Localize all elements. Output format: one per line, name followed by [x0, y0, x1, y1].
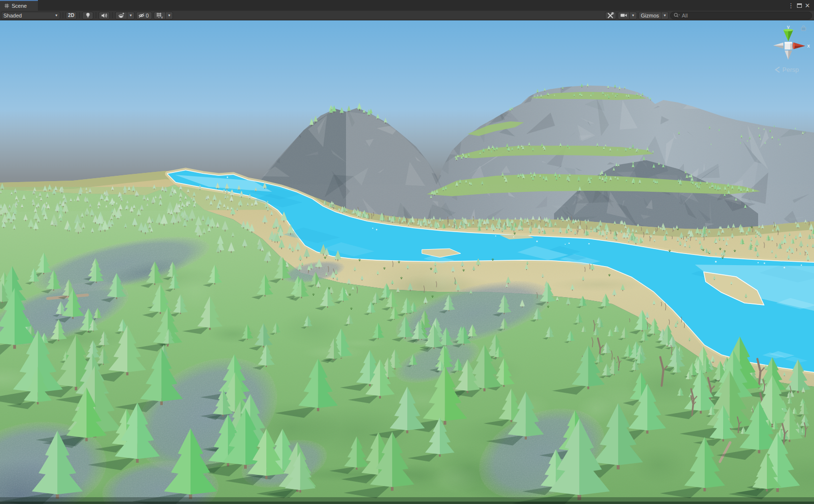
toggle-2d-label: 2D: [68, 13, 74, 18]
toggle-2d-button[interactable]: 2D: [66, 12, 77, 19]
scene-panel: Scene ⋮ ✕ Shaded ▼ 2D: [0, 0, 814, 504]
scene-audio-button[interactable]: [99, 12, 110, 19]
projection-label[interactable]: Persp: [782, 66, 799, 73]
grid-settings-group[interactable]: y ▼: [154, 12, 173, 19]
panel-menu-icon[interactable]: ⋮: [788, 2, 794, 9]
scene-camera-group[interactable]: ▼: [618, 12, 637, 19]
hidden-object-count: 0: [145, 13, 150, 18]
search-icon: [674, 13, 680, 18]
scene-toolbar: Shaded ▼ 2D: [0, 11, 814, 20]
divider: [112, 12, 113, 18]
divider: [96, 12, 96, 18]
audio-speaker-icon: [101, 13, 107, 18]
light-bulb-icon: [85, 12, 91, 18]
scene-visibility-button[interactable]: 0: [136, 12, 152, 19]
gizmos-dropdown[interactable]: Gizmos ▼: [639, 12, 669, 19]
scene-effects-group[interactable]: ▼: [115, 12, 135, 19]
tab-label: Scene: [12, 3, 27, 9]
close-icon[interactable]: ✕: [805, 2, 810, 9]
tab-bar: Scene ⋮ ✕: [0, 0, 814, 11]
divider: [79, 12, 80, 18]
search-placeholder: All: [682, 13, 688, 18]
gizmos-label: Gizmos: [639, 13, 661, 18]
maximize-icon[interactable]: [797, 3, 802, 8]
svg-text:y: y: [161, 16, 163, 19]
effects-layers-icon: [118, 12, 125, 18]
gizmo-y-axis-label[interactable]: y: [787, 24, 790, 30]
scene-search-field[interactable]: All: [670, 12, 812, 19]
tab-scene[interactable]: Scene: [0, 0, 38, 11]
gizmo-x-axis-label[interactable]: x: [807, 43, 810, 49]
divider: [63, 12, 63, 18]
camera-icon: [620, 13, 627, 18]
scene-viewport[interactable]: y x: [0, 20, 814, 504]
grid-dropdown-arrow[interactable]: ▼: [166, 14, 173, 17]
camera-dropdown-arrow[interactable]: ▼: [630, 14, 637, 17]
shading-mode-dropdown[interactable]: Shaded ▼: [1, 12, 60, 19]
tools-icon: [607, 12, 614, 19]
scene-effects-button[interactable]: [116, 12, 127, 18]
scene-3d-render: [0, 20, 814, 504]
shading-mode-label: Shaded: [1, 13, 24, 18]
chevron-down-icon: ▼: [53, 14, 60, 17]
scene-grid-icon: [4, 3, 9, 8]
gizmos-dropdown-arrow[interactable]: ▼: [661, 14, 668, 17]
tabbar-empty: [38, 0, 784, 11]
gizmo-cube[interactable]: [785, 42, 793, 50]
visibility-eye-off-icon: [138, 13, 145, 18]
scene-lighting-button[interactable]: [82, 12, 93, 19]
effects-dropdown-arrow[interactable]: ▼: [127, 14, 134, 17]
grid-visibility-button[interactable]: y: [154, 12, 165, 18]
scene-camera-button[interactable]: [618, 13, 629, 18]
component-tools-button[interactable]: [605, 12, 616, 19]
grid-snap-icon: y: [156, 12, 163, 18]
